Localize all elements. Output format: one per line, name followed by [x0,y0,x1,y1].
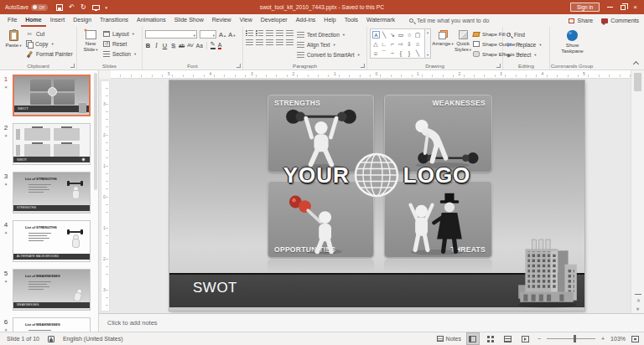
notes-toggle-button[interactable]: Notes [437,336,461,342]
right-arrow-shape[interactable]: ⇨ [397,39,405,49]
tab-review[interactable]: Review [208,14,236,27]
slide-thumbnail-1[interactable]: 1✶SWOT [0,74,99,119]
vertical-scrollbar[interactable]: « « [631,70,644,313]
decrease-indent-icon[interactable] [266,30,273,36]
slide-title-text[interactable]: SWOT [193,280,237,296]
text-direction-button[interactable]: Text Direction▾ [297,30,360,39]
fit-slide-to-window-icon[interactable] [631,336,639,342]
character-spacing-button[interactable]: AV [187,43,194,48]
accessibility-checker-icon[interactable] [48,336,55,342]
quick-styles-button[interactable]: Quick Styles▾ [454,28,471,60]
zoom-in-button[interactable]: + [601,336,605,342]
font-color-button[interactable]: A [218,42,222,49]
convert-to-smartart-button[interactable]: Convert to SmartArt▾ [297,50,360,59]
line-spacing-icon[interactable] [286,30,293,36]
align-text-button[interactable]: Align Text▾ [297,40,360,49]
tell-me-search[interactable]: Tell me what you want to do [409,14,489,27]
zoom-level[interactable]: 103% [610,336,626,342]
tab-animations[interactable]: Animations [132,14,170,27]
format-painter-button[interactable]: Format Painter [26,49,73,59]
italic-button[interactable]: I [153,42,159,49]
language-indicator[interactable]: English (United States) [63,336,123,342]
previous-slide-button[interactable]: « [636,299,641,302]
share-button[interactable]: Share [569,18,593,23]
slideshow-view-button[interactable] [520,333,532,344]
decrease-font-size-button[interactable]: A▾ [228,31,235,39]
align-right-icon[interactable] [266,39,273,45]
text-shadow-button[interactable]: S [170,42,176,49]
zoom-slider[interactable] [547,338,595,339]
paste-button[interactable]: Paste▾ [3,28,24,60]
drawing-dialog-launcher[interactable] [496,64,501,68]
select-button[interactable]: ▶Select▾ [506,50,548,59]
rectangle-shape[interactable]: ▭ [397,30,405,39]
tab-transitions[interactable]: Transitions [96,14,132,27]
text-highlight-button[interactable]: ✎ [210,41,216,49]
increase-font-size-button[interactable]: A▴ [219,31,226,39]
tab-developer[interactable]: Developer [257,14,292,27]
tab-tools[interactable]: Tools [340,14,362,27]
next-slide-button[interactable]: « [636,307,641,311]
font-name-combo[interactable] [145,30,197,39]
collapse-ribbon-icon[interactable] [633,60,639,66]
find-button[interactable]: Find [506,30,548,39]
office-building-graphic[interactable] [512,239,584,311]
tab-file[interactable]: File [3,14,21,27]
save-icon[interactable] [56,4,63,11]
slide-thumbnail-6[interactable]: 6✶List of WEAKNESSES [0,317,99,332]
slide-thumbnail-4[interactable]: 4✶List of STRENGTHSALTERNATE BACKGROUND [0,219,99,265]
layout-button[interactable]: Layout▾ [103,29,136,39]
smiley-face-shape[interactable]: ☺ [371,49,380,58]
reset-button[interactable]: ↺Reset [103,39,136,49]
align-center-icon[interactable] [256,39,263,45]
shape-gallery-scrollbar[interactable]: ▴▾ [425,28,431,59]
zoom-slider-thumb[interactable] [574,335,576,342]
minimize-icon[interactable] [607,7,613,8]
normal-view-button[interactable] [467,333,479,344]
arrange-button[interactable]: Arrange▾ [433,28,453,60]
split-handle-icon[interactable] [635,294,641,295]
new-slide-button[interactable]: New Slide▾ [80,28,101,60]
bold-button[interactable]: B [145,42,151,49]
justify-icon[interactable] [276,39,283,45]
change-case-button[interactable]: Aa [196,43,203,49]
slide-thumbnail-3[interactable]: 3✶List of STRENGTHSSTRENGTHS [0,171,99,216]
arc-shape[interactable]: ⌒ [380,49,388,58]
tab-add-ins[interactable]: Add-ins [292,14,320,27]
redo-icon[interactable]: ↻ [80,4,86,11]
slide-thumbnail-2[interactable]: 2✶SWOT [0,122,99,167]
bullets-icon[interactable] [246,30,253,36]
columns-icon[interactable] [286,39,293,45]
tab-watermark[interactable]: Watermark [362,14,399,27]
oval-shape[interactable]: ○ [405,30,413,39]
rounded-rectangle-shape[interactable]: ▢ [413,30,422,39]
tab-help[interactable]: Help [319,14,340,27]
section-button[interactable]: Section▾ [103,49,136,59]
tab-slide-show[interactable]: Slide Show [170,14,208,27]
elbow-arrow-connector-shape[interactable]: ⌐ [388,39,397,49]
left-brace-shape[interactable]: { [397,49,405,58]
text-box-shape[interactable]: A [372,31,380,39]
numbering-icon[interactable] [256,30,263,36]
notes-pane[interactable]: Click to add notes [99,313,644,332]
scrollbar-thumb[interactable] [634,73,641,91]
tab-insert[interactable]: Insert [46,14,70,27]
cut-button[interactable]: ✂Cut [26,29,73,39]
copy-button[interactable]: Copy▾ [26,39,73,49]
tab-view[interactable]: View [236,14,257,27]
customize-qat-icon[interactable]: ▾ [106,4,108,11]
logo-placeholder[interactable]: YOUR LOGO [169,151,584,199]
zoom-out-button[interactable]: − [538,336,541,342]
tab-design[interactable]: Design [69,14,96,27]
curve-shape[interactable]: ~ [388,49,397,58]
arrow-shape[interactable]: ↘ [388,30,397,39]
start-slideshow-icon[interactable] [92,5,100,10]
restore-icon[interactable] [621,5,626,10]
font-size-combo[interactable] [200,30,216,39]
align-left-icon[interactable] [246,39,253,45]
line-shape[interactable]: ╲ [380,30,388,39]
triangle-shape[interactable]: △ [371,39,380,49]
comments-button[interactable]: Comments [601,18,639,23]
clipboard-dialog-launcher[interactable] [70,64,75,68]
replace-button[interactable]: ⇄Replace▾ [506,40,548,49]
